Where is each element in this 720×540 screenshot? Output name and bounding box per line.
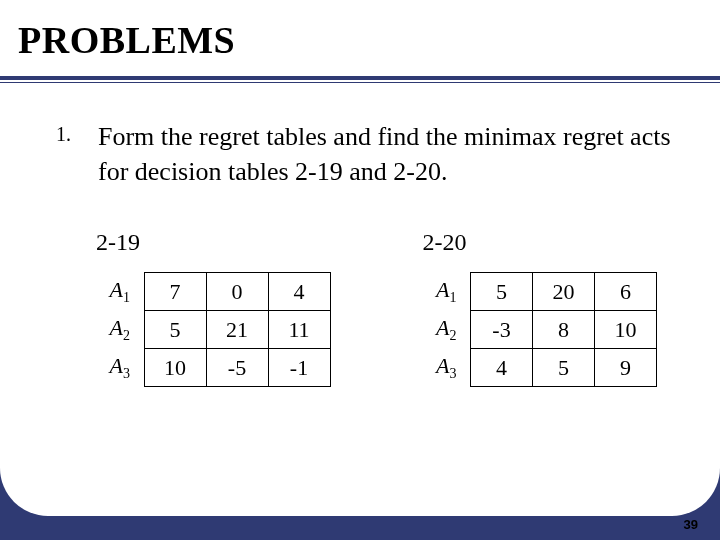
table-left: A1 7 0 4 A2 5 21 11 A3 10 -5 [96, 272, 331, 387]
cell: -5 [206, 349, 268, 387]
cell: 8 [533, 311, 595, 349]
cell: 10 [144, 349, 206, 387]
table-left-block: 2-19 A1 7 0 4 A2 5 21 11 A3 [96, 229, 331, 387]
table-right-label: 2-20 [423, 229, 658, 256]
page-number: 39 [684, 517, 698, 532]
cell: 4 [268, 273, 330, 311]
table-right: A1 5 20 6 A2 -3 8 10 A3 4 5 [423, 272, 658, 387]
cell: 6 [595, 273, 657, 311]
table-row: A3 4 5 9 [423, 349, 657, 387]
problem-item: 1. Form the regret tables and find the m… [56, 119, 672, 189]
table-row: A2 5 21 11 [96, 311, 330, 349]
cell: 11 [268, 311, 330, 349]
table-row: A1 5 20 6 [423, 273, 657, 311]
item-text: Form the regret tables and find the mini… [98, 119, 672, 189]
cell: 9 [595, 349, 657, 387]
slide-card: PROBLEMS 1. Form the regret tables and f… [0, 0, 720, 516]
cell: 4 [471, 349, 533, 387]
row-header: A2 [423, 311, 471, 349]
slide-body: 1. Form the regret tables and find the m… [0, 83, 720, 387]
cell: 21 [206, 311, 268, 349]
slide-title: PROBLEMS [0, 0, 720, 68]
cell: 20 [533, 273, 595, 311]
table-right-block: 2-20 A1 5 20 6 A2 -3 8 10 A3 [423, 229, 658, 387]
table-row: A3 10 -5 -1 [96, 349, 330, 387]
row-header: A1 [96, 273, 144, 311]
row-header: A3 [423, 349, 471, 387]
row-header: A2 [96, 311, 144, 349]
cell: 5 [471, 273, 533, 311]
cell: 5 [533, 349, 595, 387]
cell: 5 [144, 311, 206, 349]
cell: -3 [471, 311, 533, 349]
cell: 0 [206, 273, 268, 311]
cell: 10 [595, 311, 657, 349]
title-underline [0, 76, 720, 83]
cell: 7 [144, 273, 206, 311]
row-header: A1 [423, 273, 471, 311]
row-header: A3 [96, 349, 144, 387]
tables-row: 2-19 A1 7 0 4 A2 5 21 11 A3 [56, 229, 672, 387]
cell: -1 [268, 349, 330, 387]
item-number: 1. [56, 119, 76, 189]
table-row: A1 7 0 4 [96, 273, 330, 311]
table-row: A2 -3 8 10 [423, 311, 657, 349]
table-left-label: 2-19 [96, 229, 331, 256]
